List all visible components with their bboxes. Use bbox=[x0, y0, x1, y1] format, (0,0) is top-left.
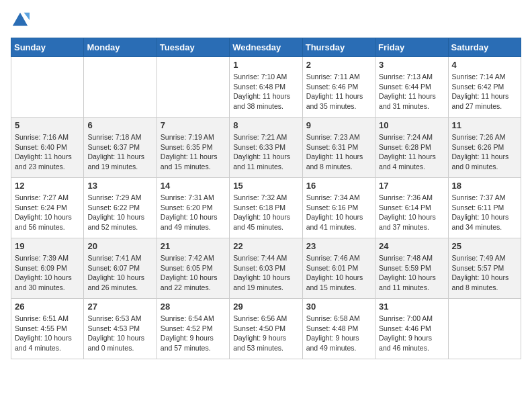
day-info: Sunrise: 7:46 AM Sunset: 6:01 PM Dayligh… bbox=[306, 253, 371, 293]
page-header bbox=[11, 11, 521, 30]
day-number: 5 bbox=[15, 120, 80, 130]
calendar-cell: 30Sunrise: 6:58 AM Sunset: 4:48 PM Dayli… bbox=[302, 299, 375, 359]
calendar-cell: 4Sunrise: 7:14 AM Sunset: 6:42 PM Daylig… bbox=[448, 57, 521, 118]
day-info: Sunrise: 7:32 AM Sunset: 6:18 PM Dayligh… bbox=[233, 193, 298, 232]
day-info: Sunrise: 7:44 AM Sunset: 6:03 PM Dayligh… bbox=[233, 253, 298, 293]
calendar-cell: 12Sunrise: 7:27 AM Sunset: 6:24 PM Dayli… bbox=[11, 178, 84, 238]
calendar-cell: 18Sunrise: 7:37 AM Sunset: 6:11 PM Dayli… bbox=[448, 178, 521, 238]
calendar-cell: 2Sunrise: 7:11 AM Sunset: 6:46 PM Daylig… bbox=[302, 57, 375, 118]
calendar-cell: 6Sunrise: 7:18 AM Sunset: 6:37 PM Daylig… bbox=[84, 118, 157, 178]
calendar-cell: 3Sunrise: 7:13 AM Sunset: 6:44 PM Daylig… bbox=[375, 57, 448, 118]
day-number: 18 bbox=[452, 181, 517, 191]
day-info: Sunrise: 6:58 AM Sunset: 4:48 PM Dayligh… bbox=[306, 314, 371, 353]
day-number: 6 bbox=[87, 120, 152, 130]
day-info: Sunrise: 7:10 AM Sunset: 6:48 PM Dayligh… bbox=[233, 72, 298, 111]
day-number: 23 bbox=[306, 241, 371, 251]
day-info: Sunrise: 7:31 AM Sunset: 6:20 PM Dayligh… bbox=[161, 193, 226, 232]
day-of-week-header: Thursday bbox=[302, 38, 375, 57]
calendar-cell bbox=[157, 57, 229, 118]
day-number: 21 bbox=[161, 241, 226, 251]
calendar-table: SundayMondayTuesdayWednesdayThursdayFrid… bbox=[11, 38, 521, 359]
day-number: 17 bbox=[379, 181, 444, 191]
calendar-cell: 25Sunrise: 7:49 AM Sunset: 5:57 PM Dayli… bbox=[448, 238, 521, 299]
calendar-cell: 5Sunrise: 7:16 AM Sunset: 6:40 PM Daylig… bbox=[11, 118, 84, 178]
day-info: Sunrise: 7:42 AM Sunset: 6:05 PM Dayligh… bbox=[161, 253, 226, 293]
calendar-cell: 15Sunrise: 7:32 AM Sunset: 6:18 PM Dayli… bbox=[230, 178, 302, 238]
day-number: 16 bbox=[306, 181, 371, 191]
logo-icon bbox=[11, 11, 30, 30]
calendar-cell: 8Sunrise: 7:21 AM Sunset: 6:33 PM Daylig… bbox=[230, 118, 302, 178]
calendar-cell: 17Sunrise: 7:36 AM Sunset: 6:14 PM Dayli… bbox=[375, 178, 448, 238]
day-info: Sunrise: 7:23 AM Sunset: 6:31 PM Dayligh… bbox=[306, 132, 371, 172]
day-number: 4 bbox=[452, 60, 517, 70]
calendar-cell bbox=[84, 57, 157, 118]
day-info: Sunrise: 7:49 AM Sunset: 5:57 PM Dayligh… bbox=[452, 253, 517, 293]
day-of-week-header: Friday bbox=[375, 38, 448, 57]
day-number: 10 bbox=[379, 120, 444, 130]
day-number: 11 bbox=[452, 120, 517, 130]
day-number: 29 bbox=[233, 302, 298, 312]
day-number: 8 bbox=[233, 120, 298, 130]
day-number: 27 bbox=[87, 302, 152, 312]
calendar-cell: 24Sunrise: 7:48 AM Sunset: 5:59 PM Dayli… bbox=[375, 238, 448, 299]
calendar-cell bbox=[11, 57, 84, 118]
calendar-week-row: 12Sunrise: 7:27 AM Sunset: 6:24 PM Dayli… bbox=[11, 178, 521, 238]
day-number: 1 bbox=[233, 60, 298, 70]
day-number: 9 bbox=[306, 120, 371, 130]
day-number: 3 bbox=[379, 60, 444, 70]
day-info: Sunrise: 7:26 AM Sunset: 6:26 PM Dayligh… bbox=[452, 132, 517, 172]
svg-marker-1 bbox=[24, 13, 30, 20]
calendar-cell: 11Sunrise: 7:26 AM Sunset: 6:26 PM Dayli… bbox=[448, 118, 521, 178]
calendar-cell bbox=[448, 299, 521, 359]
calendar-week-row: 26Sunrise: 6:51 AM Sunset: 4:55 PM Dayli… bbox=[11, 299, 521, 359]
day-info: Sunrise: 7:19 AM Sunset: 6:35 PM Dayligh… bbox=[161, 132, 226, 172]
calendar-cell: 1Sunrise: 7:10 AM Sunset: 6:48 PM Daylig… bbox=[230, 57, 302, 118]
day-info: Sunrise: 7:00 AM Sunset: 4:46 PM Dayligh… bbox=[379, 314, 444, 353]
day-info: Sunrise: 7:34 AM Sunset: 6:16 PM Dayligh… bbox=[306, 193, 371, 232]
calendar-cell: 19Sunrise: 7:39 AM Sunset: 6:09 PM Dayli… bbox=[11, 238, 84, 299]
day-info: Sunrise: 7:41 AM Sunset: 6:07 PM Dayligh… bbox=[87, 253, 152, 293]
day-number: 14 bbox=[161, 181, 226, 191]
day-info: Sunrise: 7:48 AM Sunset: 5:59 PM Dayligh… bbox=[379, 253, 444, 293]
day-info: Sunrise: 7:27 AM Sunset: 6:24 PM Dayligh… bbox=[15, 193, 80, 232]
day-of-week-header: Saturday bbox=[448, 38, 521, 57]
day-number: 31 bbox=[379, 302, 444, 312]
calendar-cell: 21Sunrise: 7:42 AM Sunset: 6:05 PM Dayli… bbox=[157, 238, 229, 299]
day-info: Sunrise: 6:51 AM Sunset: 4:55 PM Dayligh… bbox=[15, 314, 80, 353]
day-of-week-header: Sunday bbox=[11, 38, 84, 57]
logo bbox=[11, 11, 32, 30]
calendar-cell: 14Sunrise: 7:31 AM Sunset: 6:20 PM Dayli… bbox=[157, 178, 229, 238]
day-number: 24 bbox=[379, 241, 444, 251]
day-number: 25 bbox=[452, 241, 517, 251]
calendar-week-row: 19Sunrise: 7:39 AM Sunset: 6:09 PM Dayli… bbox=[11, 238, 521, 299]
day-number: 30 bbox=[306, 302, 371, 312]
day-info: Sunrise: 7:24 AM Sunset: 6:28 PM Dayligh… bbox=[379, 132, 444, 172]
calendar-cell: 31Sunrise: 7:00 AM Sunset: 4:46 PM Dayli… bbox=[375, 299, 448, 359]
day-of-week-header: Monday bbox=[84, 38, 157, 57]
calendar-week-row: 5Sunrise: 7:16 AM Sunset: 6:40 PM Daylig… bbox=[11, 118, 521, 178]
day-number: 20 bbox=[87, 241, 152, 251]
day-info: Sunrise: 6:53 AM Sunset: 4:53 PM Dayligh… bbox=[87, 314, 152, 353]
day-info: Sunrise: 7:11 AM Sunset: 6:46 PM Dayligh… bbox=[306, 72, 371, 111]
day-of-week-header: Wednesday bbox=[230, 38, 302, 57]
day-number: 22 bbox=[233, 241, 298, 251]
day-info: Sunrise: 7:16 AM Sunset: 6:40 PM Dayligh… bbox=[15, 132, 80, 172]
day-number: 13 bbox=[87, 181, 152, 191]
calendar-cell: 13Sunrise: 7:29 AM Sunset: 6:22 PM Dayli… bbox=[84, 178, 157, 238]
day-info: Sunrise: 7:21 AM Sunset: 6:33 PM Dayligh… bbox=[233, 132, 298, 172]
day-number: 7 bbox=[161, 120, 226, 130]
calendar-cell: 27Sunrise: 6:53 AM Sunset: 4:53 PM Dayli… bbox=[84, 299, 157, 359]
day-number: 28 bbox=[161, 302, 226, 312]
day-info: Sunrise: 7:29 AM Sunset: 6:22 PM Dayligh… bbox=[87, 193, 152, 232]
calendar-cell: 23Sunrise: 7:46 AM Sunset: 6:01 PM Dayli… bbox=[302, 238, 375, 299]
day-info: Sunrise: 7:39 AM Sunset: 6:09 PM Dayligh… bbox=[15, 253, 80, 293]
day-number: 26 bbox=[15, 302, 80, 312]
day-info: Sunrise: 7:18 AM Sunset: 6:37 PM Dayligh… bbox=[87, 132, 152, 172]
calendar-cell: 22Sunrise: 7:44 AM Sunset: 6:03 PM Dayli… bbox=[230, 238, 302, 299]
day-info: Sunrise: 6:54 AM Sunset: 4:52 PM Dayligh… bbox=[161, 314, 226, 353]
calendar-cell: 26Sunrise: 6:51 AM Sunset: 4:55 PM Dayli… bbox=[11, 299, 84, 359]
calendar-cell: 29Sunrise: 6:56 AM Sunset: 4:50 PM Dayli… bbox=[230, 299, 302, 359]
day-info: Sunrise: 7:37 AM Sunset: 6:11 PM Dayligh… bbox=[452, 193, 517, 232]
calendar-cell: 20Sunrise: 7:41 AM Sunset: 6:07 PM Dayli… bbox=[84, 238, 157, 299]
day-number: 19 bbox=[15, 241, 80, 251]
